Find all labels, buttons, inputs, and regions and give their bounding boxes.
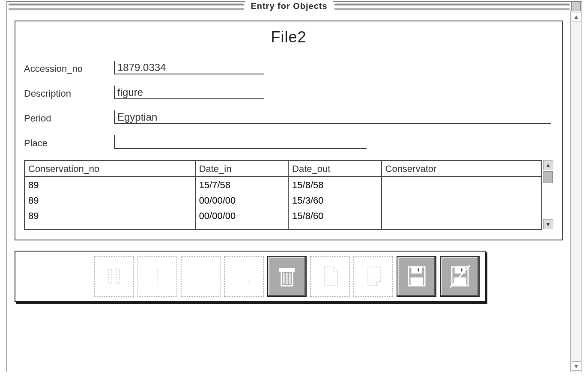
scroll-up-icon[interactable]: ▲: [572, 12, 581, 21]
page-button[interactable]: [353, 256, 393, 297]
step-button[interactable]: [137, 256, 177, 297]
titlebar: Entry for Objects: [7, 2, 582, 11]
divider-icon: [146, 264, 169, 289]
titlebar-lines-left: [9, 2, 244, 11]
page-title: File2: [24, 28, 553, 46]
window: Entry for Objects File2 Accession_no Des…: [6, 1, 582, 372]
table-row[interactable]: 89 00/00/00 15/3/60: [24, 192, 542, 208]
svg-rect-1: [116, 269, 119, 283]
cell-date-out[interactable]: 15/8/60: [288, 208, 381, 230]
table-row[interactable]: 89 00/00/00 15/8/60: [24, 208, 542, 230]
scroll-down-icon[interactable]: ▼: [543, 219, 553, 229]
cell-conservator[interactable]: [382, 192, 542, 208]
label-period: Period: [24, 113, 114, 124]
cell-conservator[interactable]: [382, 208, 542, 230]
conservation-table: Conservation_no Date_in Date_out Conserv…: [24, 160, 542, 230]
scroll-thumb[interactable]: [543, 171, 553, 183]
window-title: Entry for Objects: [245, 1, 332, 11]
th-date-out: Date_out: [288, 160, 381, 177]
blank-button-1[interactable]: [181, 256, 221, 297]
scroll-up-icon[interactable]: ▲: [543, 160, 553, 170]
form-frame: File2 Accession_no Description Period Pl…: [15, 21, 563, 240]
label-place: Place: [24, 138, 114, 149]
th-date-in: Date_in: [195, 160, 288, 177]
save-button[interactable]: [397, 256, 436, 297]
th-conservation-no: Conservation_no: [24, 160, 195, 177]
pause-button[interactable]: [94, 256, 134, 297]
pause-icon: [102, 264, 125, 289]
toolbar: [15, 251, 486, 302]
cell-conservator[interactable]: [382, 177, 542, 192]
label-description: Description: [24, 88, 114, 99]
svg-rect-11: [417, 268, 420, 272]
zoom-box-icon[interactable]: [571, 2, 581, 11]
label-accession-no: Accession_no: [24, 63, 114, 74]
accession-no-field[interactable]: [114, 61, 264, 74]
cell-date-out[interactable]: 15/3/60: [288, 192, 381, 208]
alt-icon: [232, 264, 255, 289]
new-page-icon: [319, 264, 342, 289]
svg-rect-15: [460, 268, 463, 272]
cell-conservation-no[interactable]: 89: [24, 177, 195, 192]
cancel-save-button[interactable]: [440, 256, 480, 297]
table-row[interactable]: 89 15/7/58 15/8/58: [24, 177, 542, 192]
new-record-button[interactable]: [310, 256, 350, 297]
floppy-icon: [405, 264, 428, 289]
titlebar-lines-right: [334, 2, 570, 11]
page-icon: [362, 264, 385, 289]
floppy-cancel-icon: [448, 264, 472, 289]
window-scrollbar[interactable]: ▲ ▼: [570, 11, 582, 372]
description-field[interactable]: [114, 86, 264, 99]
sub-table-wrap: Conservation_no Date_in Date_out Conserv…: [24, 160, 553, 230]
trash-icon: [275, 264, 298, 289]
period-field[interactable]: [114, 110, 551, 124]
svg-rect-5: [280, 269, 294, 271]
cell-date-in[interactable]: 00/00/00: [195, 192, 288, 208]
delete-button[interactable]: [267, 256, 307, 297]
cell-date-in[interactable]: 15/7/58: [195, 177, 288, 192]
blank-button-2[interactable]: [224, 256, 264, 297]
cell-conservation-no[interactable]: 89: [24, 192, 195, 208]
svg-rect-0: [108, 269, 112, 283]
svg-rect-12: [411, 278, 422, 285]
cell-date-in[interactable]: 00/00/00: [195, 208, 288, 230]
cell-conservation-no[interactable]: 89: [24, 208, 195, 230]
blank-icon: [189, 264, 212, 289]
cell-date-out[interactable]: 15/8/58: [288, 177, 381, 192]
scroll-down-icon[interactable]: ▼: [572, 361, 581, 371]
table-scrollbar[interactable]: ▲ ▼: [543, 160, 553, 230]
place-field[interactable]: [114, 135, 367, 149]
th-conservator: Conservator: [382, 160, 542, 177]
